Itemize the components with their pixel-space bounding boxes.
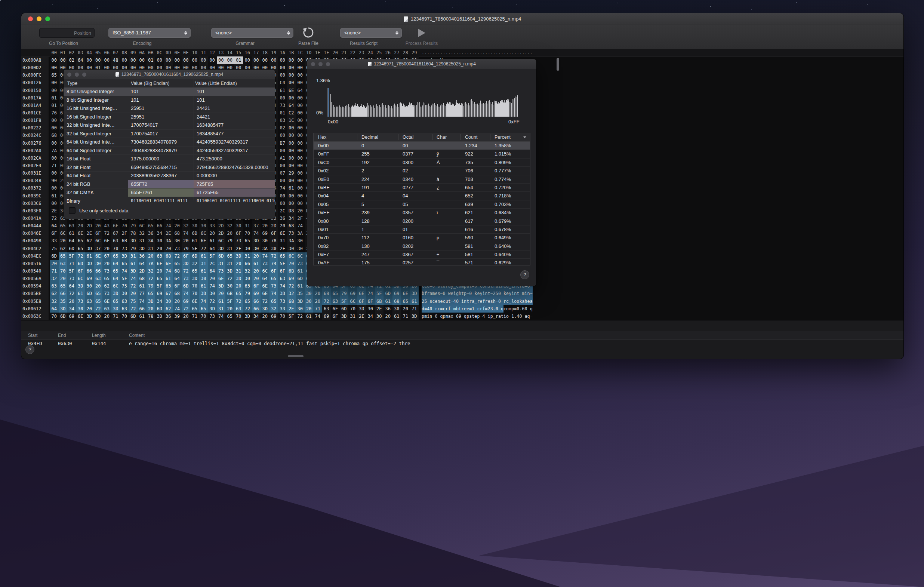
hex-byte[interactable]: 73 <box>278 298 287 305</box>
ascii-char[interactable] <box>527 305 530 313</box>
hex-byte[interactable]: 72 <box>147 275 155 282</box>
ascii-char[interactable]: = <box>480 313 482 320</box>
hex-byte[interactable]: 72 <box>269 252 279 260</box>
ascii-char[interactable]: e <box>488 298 490 305</box>
hex-byte[interactable]: 20 <box>261 313 269 320</box>
hex-byte[interactable]: D8 <box>287 207 296 215</box>
hex-byte[interactable]: 2E <box>357 313 366 320</box>
hex-byte[interactable]: 6E <box>278 230 287 237</box>
hex-byte[interactable]: 73 <box>173 245 182 252</box>
ascii-char[interactable]: g <box>456 290 459 297</box>
hex-byte[interactable]: 63 <box>155 252 164 260</box>
hex-byte[interactable]: 00 <box>50 79 59 86</box>
hex-byte[interactable]: 6F <box>252 282 261 290</box>
hex-byte[interactable]: 00 <box>120 56 129 64</box>
ascii-char[interactable]: e <box>451 290 454 297</box>
hex-byte[interactable]: 71 <box>67 260 76 267</box>
ascii-char[interactable]: 5 <box>496 290 498 297</box>
hex-byte[interactable]: 63 <box>59 260 68 267</box>
stats-row[interactable]: 0x011016160.678% <box>314 225 530 234</box>
hex-byte[interactable]: 65 <box>190 267 199 275</box>
hex-byte[interactable]: 00 <box>155 56 164 64</box>
hex-byte[interactable]: 30 <box>243 275 252 282</box>
hex-byte[interactable]: 6F <box>155 260 164 267</box>
hex-byte[interactable]: 3D <box>129 237 138 245</box>
hex-byte[interactable]: 74 <box>208 282 217 290</box>
hex-byte[interactable]: 37 <box>94 245 103 252</box>
hex-byte[interactable]: 3A <box>287 237 296 245</box>
hex-byte[interactable]: 6E <box>401 290 410 297</box>
stats-row[interactable]: 0xBF1910277¿6540.720% <box>314 184 530 192</box>
hex-byte[interactable]: 00 <box>50 139 59 147</box>
hex-byte[interactable]: 65 <box>331 290 340 297</box>
hex-byte[interactable]: 63 <box>278 275 287 282</box>
hex-byte[interactable]: 31 <box>129 252 138 260</box>
hex-byte[interactable]: 20 <box>313 298 322 305</box>
ascii-char[interactable]: m <box>454 305 456 313</box>
hex-byte[interactable]: 63 <box>85 298 94 305</box>
hex-byte[interactable]: 6D <box>85 290 94 297</box>
hex-byte[interactable]: 00 <box>296 109 305 117</box>
ascii-char[interactable]: . <box>519 305 522 313</box>
hex-byte[interactable]: 3D <box>234 252 243 260</box>
ascii-char[interactable]: c <box>477 305 480 313</box>
hex-byte[interactable]: 00 <box>296 102 305 109</box>
hex-byte[interactable]: 3D <box>190 275 199 282</box>
hex-byte[interactable]: 73 <box>182 275 191 282</box>
hex-byte[interactable]: 00 <box>278 177 287 184</box>
hex-byte[interactable]: 62 <box>164 305 173 313</box>
hex-byte[interactable]: 30 <box>173 237 182 245</box>
hex-byte[interactable]: 6C <box>296 252 305 260</box>
hex-byte[interactable]: 00 <box>296 117 305 124</box>
hex-byte[interactable]: 74 <box>137 298 147 305</box>
ascii-char[interactable] <box>485 313 488 320</box>
stats-row[interactable]: 0xC01920300À7350.809% <box>314 159 530 167</box>
inspector-row[interactable]: 8 bit Signed Integer101101 <box>64 96 275 105</box>
hex-byte[interactable]: 79 <box>129 245 138 252</box>
hex-byte[interactable]: 70 <box>287 260 296 267</box>
hex-byte[interactable]: 61 <box>296 267 305 275</box>
hex-byte[interactable]: 20 <box>305 305 314 313</box>
hex-byte[interactable]: 74 <box>182 230 191 237</box>
hex-byte[interactable]: 3D <box>85 245 94 252</box>
hex-byte[interactable]: 30 <box>76 305 85 313</box>
hex-byte[interactable]: 6B <box>375 298 384 305</box>
hex-byte[interactable]: 30 <box>164 298 173 305</box>
ascii-char[interactable]: r <box>446 305 448 313</box>
hex-byte[interactable]: 6D <box>190 252 199 260</box>
hex-byte[interactable]: 20 <box>313 290 322 297</box>
ascii-char[interactable]: a <box>498 313 501 320</box>
ascii-char[interactable]: p <box>464 290 467 297</box>
ascii-char[interactable]: = <box>432 313 435 320</box>
hex-byte[interactable]: 73 <box>269 282 279 290</box>
hex-byte[interactable]: 68 <box>137 275 147 282</box>
hex-byte[interactable]: 20 <box>85 305 94 313</box>
hex-byte[interactable]: 00 <box>50 154 59 162</box>
ascii-char[interactable] <box>522 313 525 320</box>
hex-byte[interactable]: 69 <box>287 275 296 282</box>
hex-byte[interactable]: 31 <box>137 237 147 245</box>
ascii-char[interactable]: p <box>490 313 493 320</box>
hex-byte[interactable]: 6B <box>322 290 331 297</box>
hex-byte[interactable]: 6C <box>287 252 296 260</box>
hex-byte[interactable]: 61 <box>164 275 173 282</box>
hex-byte[interactable]: 72 <box>243 305 252 313</box>
ascii-char[interactable]: o <box>514 298 516 305</box>
hex-byte[interactable]: 00 <box>296 132 305 139</box>
hex-byte[interactable]: 3D <box>76 282 85 290</box>
hex-byte[interactable]: 6C <box>348 298 357 305</box>
hex-byte[interactable]: 74 <box>366 290 375 297</box>
inspector-row[interactable]: Binary01100101 01011111 011101100101 010… <box>64 197 275 206</box>
ascii-char[interactable]: c <box>503 305 506 313</box>
hex-byte[interactable]: 3D <box>120 252 129 260</box>
hex-byte[interactable]: 00 <box>287 132 296 139</box>
hex-byte[interactable]: 64 <box>67 237 76 245</box>
inspector-row[interactable]: 64 bit Float203889035627883670.000000 <box>64 172 275 180</box>
hex-byte[interactable]: 6E <box>357 290 366 297</box>
hex-byte[interactable]: 34 <box>252 313 261 320</box>
hex-byte[interactable]: 78 <box>269 237 279 245</box>
hex-byte[interactable]: 20 <box>147 305 155 313</box>
stats-row[interactable]: 0x8012802006170.679% <box>314 217 530 225</box>
hex-byte[interactable]: 65 <box>269 298 279 305</box>
hex-byte[interactable]: 30 <box>225 282 234 290</box>
